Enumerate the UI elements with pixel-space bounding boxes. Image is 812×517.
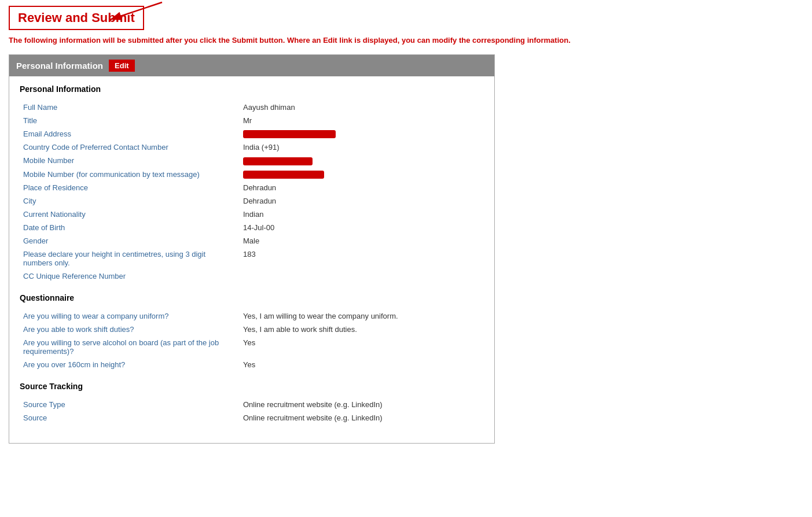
table-row: Source TypeOnline recruitment website (e… [20,398,484,411]
table-row: Date of Birth14-Jul-00 [20,221,484,234]
field-label: Are you able to work shift duties? [20,323,240,336]
source-tracking-table: Source TypeOnline recruitment website (e… [20,398,484,424]
field-label: Are you over 160cm in height? [20,358,240,371]
field-label: Gender [20,234,240,248]
field-label: Email Address [20,127,240,141]
table-row: Are you willing to serve alcohol on boar… [20,336,484,358]
table-row: GenderMale [20,234,484,248]
field-label: City [20,194,240,208]
redacted-value [243,171,324,179]
field-label: Please declare your height in centimetre… [20,248,240,269]
table-row: SourceOnline recruitment website (e.g. L… [20,411,484,424]
section-header-title: Personal Information [16,61,103,71]
field-value: Male [240,234,484,248]
field-value: Dehradun [240,194,484,208]
field-value: Yes [240,336,484,358]
field-value: Yes, I am willing to wear the company un… [240,309,484,323]
table-row: Place of ResidenceDehradun [20,181,484,194]
field-value: 14-Jul-00 [240,221,484,234]
arrow-indicator [98,0,168,27]
table-row: Please declare your height in centimetre… [20,248,484,269]
edit-button[interactable]: Edit [109,60,135,72]
field-value: Yes, I am able to work shift duties. [240,323,484,336]
field-label: Current Nationality [20,208,240,221]
field-label: CC Unique Reference Number [20,269,240,283]
info-message: The following information will be submit… [9,35,803,46]
personal-info-table: Full NameAayush dhimanTitleMrEmail Addre… [20,101,484,283]
personal-info-subtitle: Personal Information [20,84,484,94]
field-label: Source [20,411,240,424]
title-container: Review and Submit [9,6,803,30]
page-wrapper: Review and Submit The following informat… [0,0,812,449]
questionnaire-title: Questionnaire [20,293,484,302]
field-value: Online recruitment website (e.g. LinkedI… [240,398,484,411]
field-value [240,269,484,283]
field-label: Source Type [20,398,240,411]
field-label: Mobile Number (for communication by text… [20,168,240,182]
field-value: Aayush dhiman [240,101,484,114]
redacted-value [243,130,336,138]
field-value: India (+91) [240,141,484,154]
field-value: Yes [240,358,484,371]
table-row: Are you over 160cm in height?Yes [20,358,484,371]
field-value: Indian [240,208,484,221]
field-value [240,127,484,141]
table-row: CC Unique Reference Number [20,269,484,283]
redacted-value [243,157,313,165]
field-label: Are you willing to wear a company unifor… [20,309,240,323]
section-container: Personal Information Edit Personal Infor… [9,54,495,444]
svg-line-1 [110,2,162,20]
field-value [240,168,484,182]
field-value: Mr [240,114,484,127]
table-row: Current NationalityIndian [20,208,484,221]
table-row: Full NameAayush dhiman [20,101,484,114]
section-body: Personal Information Full NameAayush dhi… [9,76,494,444]
table-row: Mobile Number [20,154,484,168]
field-label: Full Name [20,101,240,114]
table-row: Email Address [20,127,484,141]
field-label: Date of Birth [20,221,240,234]
source-tracking-title: Source Tracking [20,382,484,391]
table-row: Are you willing to wear a company unifor… [20,309,484,323]
table-row: TitleMr [20,114,484,127]
section-header: Personal Information Edit [9,55,494,76]
field-label: Title [20,114,240,127]
table-row: Are you able to work shift duties?Yes, I… [20,323,484,336]
questionnaire-table: Are you willing to wear a company unifor… [20,309,484,371]
field-value: Dehradun [240,181,484,194]
field-label: Are you willing to serve alcohol on boar… [20,336,240,358]
field-label: Country Code of Preferred Contact Number [20,141,240,154]
table-row: Mobile Number (for communication by text… [20,168,484,182]
field-value: Online recruitment website (e.g. LinkedI… [240,411,484,424]
table-row: CityDehradun [20,194,484,208]
table-row: Country Code of Preferred Contact Number… [20,141,484,154]
field-label: Place of Residence [20,181,240,194]
field-value [240,154,484,168]
field-value: 183 [240,248,484,269]
field-label: Mobile Number [20,154,240,168]
